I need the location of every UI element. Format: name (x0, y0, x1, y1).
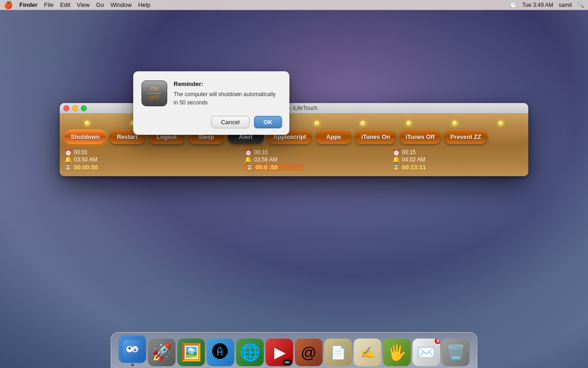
window-maximize-button[interactable] (81, 105, 87, 111)
bell-icon-2: 🔔 (244, 156, 252, 163)
timer-col-empty2 (307, 149, 390, 171)
hands-icon: 🖐️ (383, 339, 411, 366)
dialog-cancel-button[interactable]: Cancel (211, 116, 249, 128)
window-controls (63, 105, 87, 111)
desktop: 🍎 Finder File Edit View Go Window Help 🕐… (0, 0, 588, 368)
dock-item-hands[interactable]: 🖐️ (383, 339, 411, 366)
dialog-title: Reminder: (174, 80, 280, 87)
svg-point-4 (134, 349, 136, 351)
window-titlebar: On/Off – iLifeTouch (60, 103, 528, 113)
timer-col-alert: ⏰ 00:10 🔔 03:58 AM ⌛ 00:0 :50 (244, 149, 304, 171)
menubar-edit[interactable]: Edit (60, 1, 70, 8)
dock-item-mail[interactable]: ✉️ 8 (413, 339, 440, 366)
timer-shutdown-countdown: ⌛ 00:00:50 (64, 163, 110, 171)
reminder-dialog: ON OFF Reminder: The computer will shutd… (133, 71, 289, 135)
menubar-window[interactable]: Window (110, 1, 131, 8)
timer-alert-bell: 🔔 03:58 AM (244, 156, 304, 163)
menubar: 🍎 Finder File Edit View Go Window Help 🕐… (0, 0, 588, 10)
light-1 (85, 121, 90, 126)
trash-icon: 🗑️ (442, 339, 469, 366)
menubar-timemachine-icon: 🕐 (510, 2, 517, 8)
bell-icon-1: 🔔 (64, 156, 72, 163)
prevent-zz-button[interactable]: Prevent ZZ (444, 130, 487, 144)
menubar-file[interactable]: File (44, 1, 54, 8)
dock-item-globe[interactable]: 🌐 (236, 339, 264, 366)
window-close-button[interactable] (63, 105, 69, 111)
at-icon: @ (295, 339, 322, 366)
light-6 (314, 121, 320, 126)
dock-item-trash[interactable]: 🗑️ (442, 339, 469, 366)
timer-itunes-countdown: ⌛ 00:13:11 (392, 163, 443, 171)
clock-icon-3: ⏰ (392, 149, 400, 156)
menubar-help[interactable]: Help (138, 1, 151, 8)
svg-point-3 (129, 347, 131, 350)
menubar-left: 🍎 Finder File Edit View Go Window Help (4, 0, 150, 9)
appstore-icon: 🅐 (207, 339, 234, 366)
timer-col-empty (113, 149, 242, 171)
light-8 (406, 121, 412, 126)
timer-alert-countdown: ⌛ 00:0 :50 (244, 163, 304, 171)
dialog-text-area: Reminder: The computer will shutdown aut… (174, 80, 280, 107)
shutdown-button[interactable]: Shutdown (64, 130, 106, 144)
itunes-on-button[interactable]: iTunes On (355, 130, 396, 144)
timer-itunes-clock: ⏰ 00:15 (392, 149, 443, 156)
finder-icon (119, 335, 146, 363)
document-icon: 📄 (324, 339, 352, 366)
bell-icon-3: 🔔 (392, 156, 400, 163)
dock-item-finder[interactable] (119, 335, 146, 366)
dock-item-appstore[interactable]: 🅐 (207, 339, 234, 366)
photo-icon: 🖼️ (177, 339, 205, 366)
timer-section: ⏰ 00:01 🔔 03:50 AM ⌛ 00:00:50 (64, 149, 524, 171)
clock-icon-1: ⏰ (64, 149, 72, 156)
timer-itunes-bell: 🔔 04:02 AM (392, 156, 443, 163)
onoff-bottom-label: OFF (149, 95, 159, 100)
clock-icon-2: ⏰ (244, 149, 252, 156)
dock-item-photo[interactable]: 🖼️ (177, 339, 205, 366)
light-7 (360, 121, 366, 126)
onoff-top-label: ON (151, 86, 158, 92)
mail-icon: ✉️ 8 (413, 339, 440, 366)
menubar-go[interactable]: Go (96, 1, 104, 8)
dock-item-document[interactable]: 📄 (324, 339, 352, 366)
window-content: Shutdown Restart Logout Sleep Alert Appl… (60, 113, 528, 176)
youtube-icon: ▶ HD (266, 339, 293, 366)
dialog-ok-button[interactable]: OK (254, 116, 283, 128)
dock: 🚀 🖼️ 🅐 🌐 ▶ HD @ 📄 (111, 332, 477, 368)
finder-dot (131, 364, 134, 366)
dialog-body: ON OFF Reminder: The computer will shutd… (133, 71, 289, 113)
timer-col-shutdown: ⏰ 00:01 🔔 03:50 AM ⌛ 00:00:50 (64, 149, 110, 171)
menubar-search-icon[interactable]: 🔍 (577, 2, 584, 8)
app-window: On/Off – iLifeTouch Shutdown Restart Lo (60, 103, 528, 176)
menubar-datetime: Tue 3:49 AM (522, 2, 554, 8)
window-minimize-button[interactable] (72, 105, 78, 111)
dock-item-rocket[interactable]: 🚀 (148, 339, 175, 366)
timer-shutdown-bell: 🔔 03:50 AM (64, 156, 110, 163)
menubar-app-name[interactable]: Finder (19, 1, 38, 8)
hourglass-icon-1: ⌛ (64, 163, 72, 171)
dock-item-at[interactable]: @ (295, 339, 322, 366)
globe-icon: 🌐 (236, 339, 264, 366)
dock-item-youtube[interactable]: ▶ HD (266, 339, 293, 366)
light-9 (452, 121, 458, 126)
apple-menu[interactable]: 🍎 (4, 0, 13, 9)
menubar-user: samit (559, 2, 572, 8)
rocket-icon: 🚀 (148, 339, 175, 366)
sign-icon: ✍️ (354, 339, 381, 366)
itunes-off-button[interactable]: iTunes Off (399, 130, 441, 144)
menubar-right: 🕐 Tue 3:49 AM samit 🔍 (510, 2, 584, 8)
dialog-message: The computer will shutdown automatically… (174, 90, 280, 107)
apps-button[interactable]: Apps (315, 130, 352, 144)
menubar-view[interactable]: View (77, 1, 90, 8)
hourglass-icon-3: ⌛ (392, 163, 400, 171)
dialog-buttons: Cancel OK (133, 113, 289, 135)
timer-col-itunes: ⏰ 00:15 🔔 04:02 AM ⌛ 00:13:11 (392, 149, 443, 171)
dialog-icon: ON OFF (141, 80, 167, 106)
dock-item-sign[interactable]: ✍️ (354, 339, 381, 366)
hourglass-icon-2: ⌛ (246, 163, 254, 171)
mail-badge: 8 (434, 339, 440, 345)
light-10 (498, 121, 503, 126)
timer-shutdown-clock: ⏰ 00:01 (64, 149, 110, 156)
timer-alert-clock: ⏰ 00:10 (244, 149, 304, 156)
